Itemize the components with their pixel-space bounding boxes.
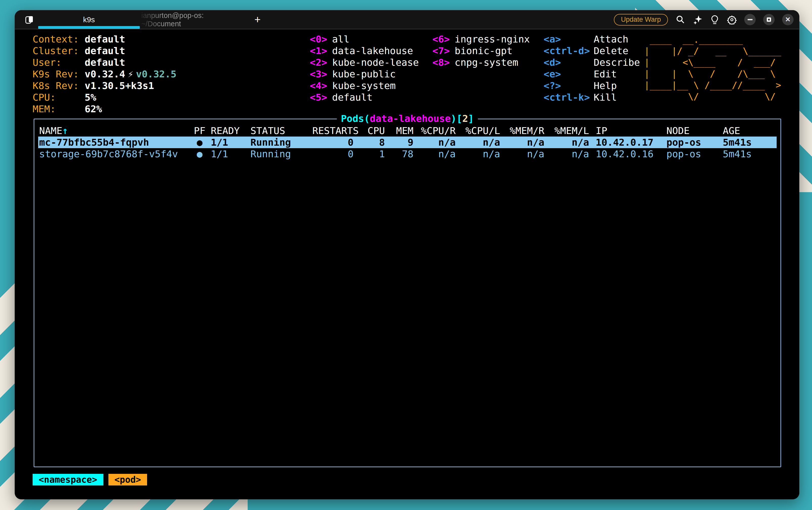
pods-panel: Pods(data-lakehouse)[2] NAME↑ PF READY S… — [34, 119, 781, 467]
info-k8s-rev: K8s Rev:v1.30.5+k3s1 — [33, 80, 176, 91]
pods-panel-title: Pods(data-lakehouse)[2] — [337, 113, 478, 124]
col-ready[interactable]: READY — [211, 125, 250, 137]
tab-shell[interactable]: ianpurton@pop-os: ~/Document — [141, 10, 242, 29]
info-mem: MEM:62% — [33, 103, 176, 115]
close-icon: ✕ — [785, 16, 791, 24]
info-user: User:default — [33, 57, 176, 68]
hotkey-help: <?>Help — [544, 80, 640, 91]
namespace-shortcuts-col1: <0>all <1>data-lakehouse <2>kube-node-le… — [310, 33, 419, 103]
ns-data-lakehouse: <1>data-lakehouse — [310, 45, 419, 57]
info-cpu: CPU:5% — [33, 91, 176, 103]
table-row-selected[interactable]: mc-77bfbc55b4-fqpvh ● 1/1 Running 0 8 9 … — [38, 137, 777, 148]
titlebar-controls: Update Warp — [614, 10, 793, 29]
col-mem-r[interactable]: %MEM/R — [500, 125, 544, 137]
desktop: k9s ianpurton@pop-os: ~/Document + Updat… — [0, 0, 812, 510]
col-node[interactable]: NODE — [666, 125, 723, 137]
port-forward-dot-icon: ● — [188, 148, 211, 160]
col-pf[interactable]: PF — [188, 125, 211, 137]
info-k9s-rev: K9s Rev:v0.32.4⚡v0.32.5 — [33, 68, 176, 80]
settings-gear-icon[interactable] — [727, 15, 737, 25]
update-warp-button[interactable]: Update Warp — [614, 14, 668, 26]
col-ip[interactable]: IP — [589, 125, 666, 137]
ns-default: <5>default — [310, 91, 419, 103]
ns-cnpg-system: <8>cnpg-system — [432, 57, 530, 68]
ns-kube-system: <4>kube-system — [310, 80, 419, 91]
upgrade-bolt-icon: ⚡ — [125, 68, 136, 80]
sidebar-toggle-icon[interactable] — [24, 15, 35, 25]
search-icon[interactable] — [675, 15, 685, 25]
tab-bar: k9s ianpurton@pop-os: ~/Document + Updat… — [15, 10, 799, 29]
hotkey-delete: <ctrl-d>Delete — [544, 45, 640, 57]
lightbulb-icon[interactable] — [710, 15, 720, 25]
col-mem[interactable]: MEM — [385, 125, 414, 137]
namespace-shortcuts-col2: <6>ingress-nginx <7>bionic-gpt <8>cnpg-s… — [432, 33, 530, 68]
table-row[interactable]: storage-69b7c8768f-v5f4v ● 1/1 Running 0… — [38, 148, 777, 160]
cluster-info: Context:default Cluster:default User:def… — [33, 33, 176, 115]
port-forward-dot-icon: ● — [188, 137, 211, 148]
minimize-icon — [748, 19, 753, 20]
ns-kube-public: <3>kube-public — [310, 68, 419, 80]
hotkey-edit: <e>Edit — [544, 68, 640, 80]
tab-shell-label: ianpurton@pop-os: ~/Document — [141, 11, 242, 28]
table-header: NAME↑ PF READY STATUS RESTARTS CPU MEM %… — [38, 125, 777, 137]
maximize-icon — [767, 18, 771, 22]
breadcrumb: <namespace> <pod> — [33, 474, 147, 485]
info-context: Context:default — [33, 33, 176, 45]
col-name[interactable]: NAME↑ — [38, 125, 188, 137]
hotkey-describe: <d>Describe — [544, 57, 640, 68]
ns-all: <0>all — [310, 33, 419, 45]
maximize-button[interactable] — [763, 14, 775, 25]
hotkey-shortcuts: <a>Attach <ctrl-d>Delete <d>Describe <e>… — [544, 33, 640, 103]
minimize-button[interactable] — [744, 14, 756, 25]
breadcrumb-namespace[interactable]: <namespace> — [33, 474, 103, 485]
new-tab-button[interactable]: + — [250, 10, 265, 29]
info-cluster: Cluster:default — [33, 45, 176, 57]
active-tab-underline — [38, 26, 140, 29]
close-button[interactable]: ✕ — [782, 14, 793, 25]
k9s-terminal: Context:default Cluster:default User:def… — [15, 30, 800, 500]
col-age[interactable]: AGE — [723, 125, 777, 137]
warp-terminal-window: k9s ianpurton@pop-os: ~/Document + Updat… — [14, 10, 800, 500]
k9s-ascii-logo: ____ __.________ | |/ _/ __ \______ | <\… — [644, 34, 781, 102]
col-cpu[interactable]: CPU — [354, 125, 385, 137]
col-status[interactable]: STATUS — [250, 125, 312, 137]
col-cpu-r[interactable]: %CPU/R — [414, 125, 456, 137]
ai-sparkles-icon[interactable] — [693, 15, 702, 25]
breadcrumb-pod[interactable]: <pod> — [109, 474, 147, 485]
ns-bionic-gpt: <7>bionic-gpt — [432, 45, 530, 57]
ns-ingress-nginx: <6>ingress-nginx — [432, 33, 530, 45]
col-restarts[interactable]: RESTARTS — [312, 125, 354, 137]
hotkey-attach: <a>Attach — [544, 33, 640, 45]
col-mem-l[interactable]: %MEM/L — [544, 125, 589, 137]
ns-kube-node-lease: <2>kube-node-lease — [310, 57, 419, 68]
col-cpu-l[interactable]: %CPU/L — [456, 125, 500, 137]
hotkey-kill: <ctrl-k>Kill — [544, 91, 640, 103]
tab-k9s-label: k9s — [83, 16, 95, 24]
sort-arrow-icon: ↑ — [62, 125, 68, 136]
